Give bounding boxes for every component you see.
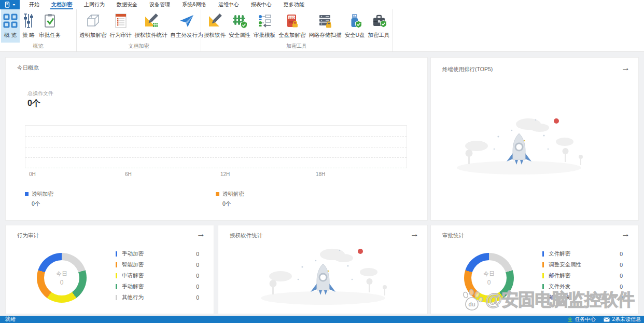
legend-swatch xyxy=(216,192,219,196)
ribbon-button-transparent-encrypt[interactable]: 透明加解密 xyxy=(78,9,108,43)
ribbon-button-label: 策 略 xyxy=(22,32,35,39)
menu-tab-device-mgmt[interactable]: 设备管理 xyxy=(148,0,171,9)
card-detail-arrow[interactable]: → xyxy=(197,230,205,238)
menu-tab-start[interactable]: 开始 xyxy=(28,0,40,9)
card-title: 行为审计 xyxy=(17,232,39,239)
ribbon-group-label: 文档加密 xyxy=(77,43,201,50)
toolbox-shield-icon xyxy=(371,11,387,31)
menu-tab-more[interactable]: 更多功能 xyxy=(283,0,305,9)
ribbon-button-overview[interactable]: 概 览 xyxy=(1,9,20,43)
server-lock-icon xyxy=(317,11,333,31)
fence-shield-icon xyxy=(232,11,247,31)
total-files-value: 0个 xyxy=(27,98,40,109)
usb-shield-icon xyxy=(347,11,362,31)
ribbon-button-authorized-software[interactable]: 授权软件 xyxy=(202,9,227,43)
main-menu: 开始 文档加密 上网行为 数据安全 设备管理 系统&网络 运维中心 报表中心 更… xyxy=(28,0,305,9)
svg-text:SSD: SSD xyxy=(289,16,295,19)
unread-messages-button[interactable]: 2条未读信息 xyxy=(604,316,641,323)
x-tick: 12H xyxy=(220,171,230,177)
ribbon-group-label: 概览 xyxy=(0,43,76,50)
ribbon-button-behavior-audit[interactable]: 行为审计 xyxy=(108,9,133,43)
ribbon-button-label: 概 览 xyxy=(4,32,17,39)
menubar: 开始 文档加密 上网行为 数据安全 设备管理 系统&网络 运维中心 报表中心 更… xyxy=(0,0,644,9)
menu-tab-data-security[interactable]: 数据安全 xyxy=(116,0,138,9)
ribbon-button-label: 行为审计 xyxy=(110,32,132,39)
ribbon-button-label: 安全属性 xyxy=(229,32,250,39)
flow-template-icon xyxy=(257,11,272,31)
menu-tab-system-network[interactable]: 系统&网络 xyxy=(181,0,207,9)
status-ready-text: 就绪 xyxy=(5,316,16,323)
legend-item: 透明解密 0个 xyxy=(216,189,244,208)
card-terminal-rank: 终端使用排行(TOP5) → xyxy=(430,57,639,221)
card-detail-arrow[interactable]: → xyxy=(621,230,630,238)
card-title: 终端使用排行(TOP5) xyxy=(442,66,493,73)
ribbon-button-self-outgoing[interactable]: 自主外发行为 xyxy=(169,9,205,43)
donut-center-label: 今日 0 xyxy=(464,253,514,303)
ribbon-button-security-attribute[interactable]: 安全属性 xyxy=(227,9,252,43)
menu-tab-report-center[interactable]: 报表中心 xyxy=(250,0,273,9)
ribbon-button-network-storage-scan[interactable]: 网络存储扫描 xyxy=(307,9,343,43)
menu-tab-doc-encryption[interactable]: 文档加密 xyxy=(50,0,73,9)
ribbon-toolbar: 概 览 策 略 xyxy=(0,9,644,52)
legend-row: 调整安全属性0 xyxy=(542,259,623,270)
card-approval-stats: 审批统计 → 今日 0 文件解密0 调整安全属性0 邮件解密0 文件外发0 邮件… xyxy=(430,225,639,314)
policy-sliders-icon xyxy=(21,11,36,31)
ribbon-button-approval-tasks[interactable]: 审批任务 xyxy=(37,9,62,43)
legend-row: 文件解密0 xyxy=(542,248,623,259)
ruler-pencil-chart-icon xyxy=(143,11,159,31)
ribbon-button-label: 审批模板 xyxy=(254,32,275,39)
empty-state-illustration xyxy=(250,240,396,309)
menu-tab-web-behavior[interactable]: 上网行为 xyxy=(83,0,106,9)
download-arrow-icon xyxy=(568,317,572,322)
card-behavior-audit: 行为审计 → 今日 0 手动加密0 智能加密0 申请解密0 手动解密0 其他行为… xyxy=(5,225,214,314)
ribbon-button-label: 安全U盘 xyxy=(345,32,365,39)
task-center-label: 任务中心 xyxy=(575,316,595,323)
ribbon-button-label: 网络存储扫描 xyxy=(309,32,342,39)
ribbon-button-label: 授权软件统计 xyxy=(135,32,167,39)
total-files-label: 总操作文件 xyxy=(27,90,53,97)
ruler-pencil-icon xyxy=(207,11,222,31)
x-tick: 0H xyxy=(29,171,36,177)
ribbon-button-label: 审批任务 xyxy=(39,32,61,39)
x-tick: 6H xyxy=(125,171,132,177)
ribbon-button-secure-usb[interactable]: 安全U盘 xyxy=(343,9,367,43)
card-detail-arrow[interactable]: → xyxy=(410,230,419,238)
app-menu-button[interactable] xyxy=(0,0,20,9)
card-today-overview: 今日概览 总操作文件 0个 0H 6H 12H 18H 透明加密 0个 透明解密… xyxy=(5,57,428,221)
legend-value: 0个 xyxy=(32,200,53,208)
ribbon-button-policy[interactable]: 策 略 xyxy=(20,9,37,43)
ribbon-button-label: 授权软件 xyxy=(204,32,226,39)
legend-row: 智能加密0 xyxy=(116,259,199,270)
x-tick: 18H xyxy=(316,171,325,177)
envelope-icon xyxy=(604,317,610,322)
legend-row: 邮件解密0 xyxy=(542,270,623,281)
legend-label: 透明解密 xyxy=(222,191,244,197)
legend-value: 0个 xyxy=(222,200,244,208)
legend-row: 邮件外发0 xyxy=(542,292,623,303)
empty-state-illustration xyxy=(446,110,592,179)
card-title: 授权软件统计 xyxy=(230,232,262,239)
menu-tab-ops-center[interactable]: 运维中心 xyxy=(217,0,240,9)
overview-grid-icon xyxy=(3,11,18,31)
legend-label: 透明加密 xyxy=(32,191,53,197)
ribbon-button-encrypt-tools[interactable]: 加密工具 xyxy=(367,9,391,43)
legend-row: 申请解密0 xyxy=(116,270,199,281)
ribbon-button-approval-template[interactable]: 审批模板 xyxy=(252,9,277,43)
paper-plane-icon xyxy=(179,11,194,31)
ribbon-button-label: 全盘加解密 xyxy=(278,32,306,39)
card-title: 审批统计 xyxy=(442,232,464,239)
hourly-operations-chart xyxy=(25,125,407,168)
card-detail-arrow[interactable]: → xyxy=(621,63,630,72)
legend-row: 手动解密0 xyxy=(116,281,199,292)
card-software-stats: 授权软件统计 → xyxy=(218,225,428,314)
task-center-button[interactable]: 任务中心 xyxy=(568,316,595,323)
behavior-legend: 手动加密0 智能加密0 申请解密0 手动解密0 其他行为0 xyxy=(116,248,199,303)
statusbar: 就绪 任务中心 2条未读信息 xyxy=(0,316,644,323)
card-title: 今日概览 xyxy=(17,64,39,72)
ribbon-button-label: 自主外发行为 xyxy=(171,32,203,39)
ribbon-button-full-disk-encrypt[interactable]: SSD 全盘加解密 xyxy=(277,9,307,43)
ribbon-button-authorized-software-stats[interactable]: 授权软件统计 xyxy=(133,9,169,43)
audit-document-icon xyxy=(114,11,128,31)
donut-center-label: 今日 0 xyxy=(37,253,87,303)
ribbon-group-encrypt-tools: 授权软件 安全属性 xyxy=(201,9,393,51)
